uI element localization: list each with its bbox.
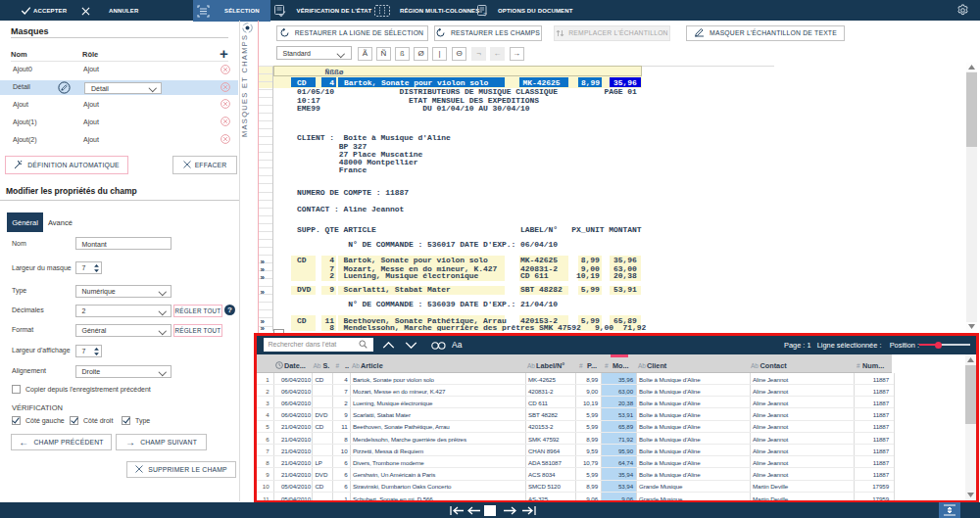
- svg-text:?: ?: [483, 12, 487, 18]
